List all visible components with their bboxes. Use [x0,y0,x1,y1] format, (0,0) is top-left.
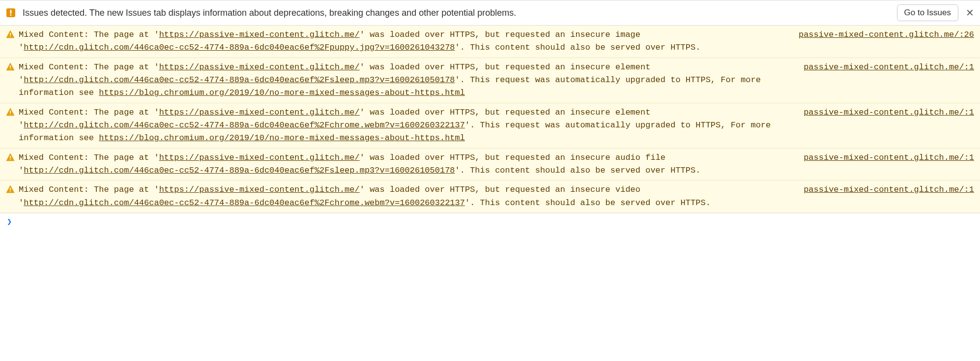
svg-rect-10 [10,159,11,160]
url-link[interactable]: https://blog.chromium.org/2019/10/no-mor… [99,133,465,143]
console-message-text: Mixed Content: The page at 'https://pass… [19,183,792,210]
console-message-text: Mixed Content: The page at 'https://pass… [19,29,787,55]
warning-icon [6,30,15,39]
warning-icon [6,62,15,71]
url-link[interactable]: http://cdn.glitch.com/446ca0ec-cc52-4774… [24,166,455,175]
issues-bar-text: Issues detected. The new Issues tab disp… [23,8,890,18]
url-link[interactable]: https://passive-mixed-content.glitch.me/ [159,153,360,162]
console-message-text: Mixed Content: The page at 'https://pass… [19,61,792,100]
svg-rect-12 [10,191,11,192]
console-warning-row: Mixed Content: The page at 'https://pass… [0,180,980,213]
url-link[interactable]: http://cdn.glitch.com/446ca0ec-cc52-4774… [24,120,465,130]
svg-rect-4 [10,36,11,37]
url-link[interactable]: https://passive-mixed-content.glitch.me/ [159,30,360,39]
url-link[interactable]: https://passive-mixed-content.glitch.me/ [159,185,360,194]
svg-rect-11 [10,188,11,190]
source-link[interactable]: passive-mixed-content.glitch.me/:1 [796,106,974,119]
warning-icon [6,185,15,194]
svg-rect-1 [10,10,12,14]
svg-rect-6 [10,68,11,69]
svg-rect-9 [10,156,11,158]
console-warning-row: Mixed Content: The page at 'https://pass… [0,58,980,103]
console-warning-row: Mixed Content: The page at 'https://pass… [0,26,980,58]
console-prompt[interactable]: ❯ [0,213,980,233]
url-link[interactable]: http://cdn.glitch.com/446ca0ec-cc52-4774… [24,75,455,85]
svg-rect-5 [10,65,11,68]
url-link[interactable]: http://cdn.glitch.com/446ca0ec-cc52-4774… [24,198,465,208]
source-link[interactable]: passive-mixed-content.glitch.me/:1 [796,61,974,74]
url-link[interactable]: http://cdn.glitch.com/446ca0ec-cc52-4774… [24,43,455,52]
source-link[interactable]: passive-mixed-content.glitch.me/:26 [791,29,974,41]
url-link[interactable]: https://passive-mixed-content.glitch.me/ [159,62,360,72]
issues-icon [6,8,16,18]
source-link[interactable]: passive-mixed-content.glitch.me/:1 [796,151,974,164]
warning-icon [6,108,15,117]
url-link[interactable]: https://blog.chromium.org/2019/10/no-mor… [99,88,465,97]
console-message-text: Mixed Content: The page at 'https://pass… [19,151,792,178]
go-to-issues-button[interactable]: Go to Issues [897,4,958,21]
console-warning-row: Mixed Content: The page at 'https://pass… [0,103,980,149]
svg-rect-8 [10,114,11,115]
close-icon[interactable]: ✕ [965,8,974,18]
svg-rect-7 [10,111,11,113]
console-message-text: Mixed Content: The page at 'https://pass… [19,106,792,145]
warning-icon [6,153,15,162]
source-link[interactable]: passive-mixed-content.glitch.me/:1 [796,183,974,196]
issues-bar: Issues detected. The new Issues tab disp… [0,0,980,26]
svg-rect-3 [10,33,11,35]
svg-rect-2 [10,15,12,16]
url-link[interactable]: https://passive-mixed-content.glitch.me/ [159,108,360,117]
console-warning-row: Mixed Content: The page at 'https://pass… [0,149,980,181]
